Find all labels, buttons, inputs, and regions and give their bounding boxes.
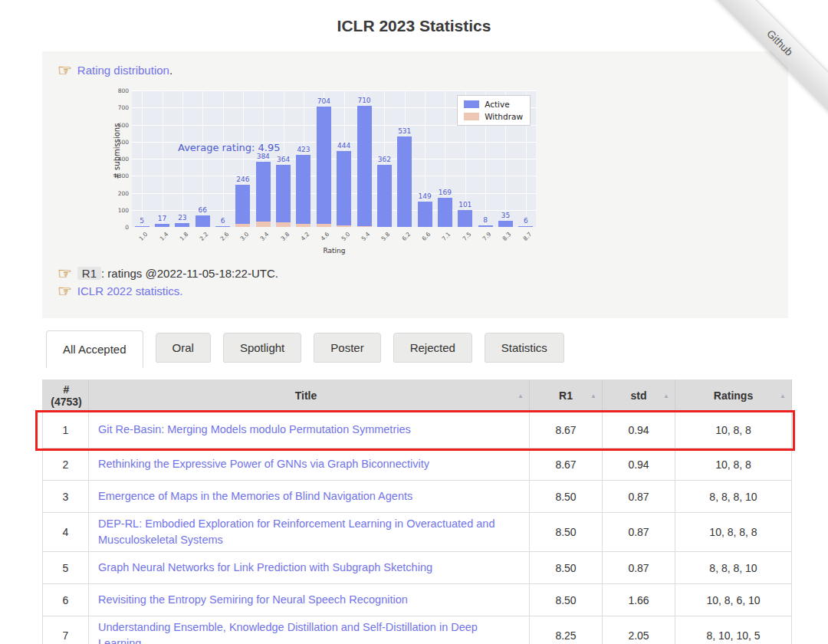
row-title-cell: Rethinking the Expressive Power of GNNs … (89, 449, 530, 481)
tab-oral[interactable]: Oral (156, 333, 211, 363)
bar-6.6 (418, 202, 432, 227)
bar-active-segment (296, 155, 310, 227)
row-ratings: 8, 8, 8, 10 (675, 552, 792, 584)
tab-poster[interactable]: Poster (314, 333, 380, 363)
bar-1.4 (155, 224, 169, 227)
bar-7.1 (438, 198, 452, 227)
tab-all-accepted[interactable]: All Accepted (46, 330, 143, 368)
legend-entry-withdraw: Withdraw (464, 112, 523, 121)
column-header-r1[interactable]: R1▲ (530, 380, 603, 412)
bar-withdraw-segment (317, 224, 331, 227)
row-std: 0.87 (603, 513, 675, 552)
sort-arrow-icon[interactable]: ▲ (663, 392, 669, 399)
x-tick-label: 3.8 (279, 231, 291, 242)
y-axis-label: # submissions (113, 123, 121, 179)
x-axis-label: Rating (324, 247, 346, 255)
bar-value-label: 246 (236, 176, 249, 183)
bar-2.2 (196, 215, 210, 227)
bar-7.9 (478, 225, 493, 227)
bar-active-segment (317, 107, 331, 227)
paper-title-link[interactable]: Graph Neural Networks for Link Predictio… (98, 560, 432, 576)
x-tick-label: 5.8 (380, 231, 392, 242)
x-tick-label: 2.2 (199, 231, 210, 242)
column-header-ratings[interactable]: Ratings▲ (675, 380, 792, 412)
r1-badge: R1 (77, 267, 101, 280)
papers-table: # (4753)Title▲R1▲std▲Ratings▲1Git Re-Bas… (42, 380, 791, 644)
paper-title-link[interactable]: Emergence of Maps in the Memories of Bli… (98, 488, 412, 504)
github-ribbon-link[interactable]: Github (706, 0, 828, 117)
paper-title-link[interactable]: Rethinking the Expressive Power of GNNs … (98, 456, 429, 472)
tab-rejected[interactable]: Rejected (393, 333, 472, 363)
bar-active-segment (175, 223, 189, 227)
column-header-std[interactable]: std▲ (603, 380, 675, 412)
column-header-label: R1 (559, 389, 573, 402)
row-r1: 8.50 (530, 481, 603, 513)
bar-active-segment (276, 165, 291, 227)
column-header-title[interactable]: Title▲ (89, 380, 530, 412)
sort-arrow-icon[interactable]: ▲ (590, 392, 596, 399)
bar-value-label: 149 (418, 192, 431, 200)
pointer-icon: ☞ (58, 268, 72, 279)
sort-arrow-icon[interactable]: ▲ (780, 392, 786, 399)
row-ratings: 10, 8, 8 (675, 412, 792, 449)
y-tick-label: 800 (109, 87, 129, 94)
paper-title-link[interactable]: DEP-RL: Embodied Exploration for Reinfor… (98, 516, 514, 548)
table-row: 2Rethinking the Expressive Power of GNNs… (43, 449, 791, 481)
x-tick-label: 7.9 (481, 231, 493, 242)
row-ratings: 10, 8, 8 (675, 449, 792, 481)
bar-active-segment (397, 136, 412, 227)
x-tick-label: 1.0 (138, 231, 150, 242)
row-std: 1.66 (603, 584, 675, 616)
bar-2.6 (215, 226, 230, 227)
bar-active-segment (478, 225, 493, 227)
row-number: 6 (43, 584, 89, 616)
tab-statistics[interactable]: Statistics (485, 333, 564, 363)
row-number: 4 (43, 513, 89, 552)
y-tick-label: 0 (109, 224, 129, 231)
gridline (182, 90, 183, 227)
paper-title-link[interactable]: Revisiting the Entropy Semiring for Neur… (98, 592, 408, 608)
bar-value-label: 423 (297, 146, 310, 153)
rating-distribution-line: ☞ Rating distribution. (42, 51, 788, 77)
bar-4.2 (296, 155, 310, 227)
row-std: 2.05 (603, 616, 675, 644)
y-tick-label: 200 (109, 190, 129, 197)
sort-arrow-icon[interactable]: ▲ (518, 392, 524, 399)
github-ribbon-wrap: Github (698, 0, 828, 130)
rating-distribution-link[interactable]: Rating distribution (77, 64, 169, 77)
row-number: 3 (43, 481, 89, 513)
column-header-label: Title (295, 389, 317, 402)
bar-value-label: 5 (140, 217, 144, 225)
bar-3.0 (235, 185, 250, 227)
legend-entry-active: Active (464, 100, 523, 109)
row-title-cell: Emergence of Maps in the Memories of Bli… (89, 481, 530, 513)
row-r1: 8.67 (530, 412, 603, 449)
pointer-icon: ☞ (58, 64, 72, 76)
x-tick-label: 3.4 (259, 231, 271, 242)
r1-text: : ratings @2022-11-05-18:22-UTC. (101, 267, 278, 280)
r1-line: ☞ R1: ratings @2022-11-05-18:22-UTC. (42, 267, 788, 280)
bar-value-label: 8 (483, 216, 488, 224)
paper-title-link[interactable]: Understanding Ensemble, Knowledge Distil… (98, 619, 514, 644)
iclr2022-line: ☞ ICLR 2022 statistics. (42, 284, 788, 297)
bar-value-label: 6 (221, 217, 225, 225)
bar-3.8 (276, 165, 291, 227)
row-r1: 8.25 (530, 616, 603, 644)
bar-value-label: 704 (317, 97, 330, 105)
row-ratings: 8, 10, 10, 5 (675, 616, 792, 644)
iclr-2022-statistics-link[interactable]: ICLR 2022 statistics. (77, 284, 183, 297)
row-number: 2 (43, 449, 89, 481)
bar-active-segment (235, 185, 250, 227)
x-tick-label: 4.2 (300, 231, 311, 242)
legend-swatch-icon (464, 113, 479, 120)
gridline (163, 90, 163, 227)
row-ratings: 8, 8, 8, 10 (675, 481, 792, 513)
bar-withdraw-segment (357, 226, 372, 227)
bar-1.8 (175, 223, 189, 227)
paper-title-link[interactable]: Git Re-Basin: Merging Models modulo Perm… (98, 422, 411, 438)
bar-value-label: 101 (458, 201, 472, 209)
row-title-cell: Revisiting the Entropy Semiring for Neur… (89, 584, 530, 616)
tab-spotlight[interactable]: Spotlight (223, 333, 301, 363)
bar-7.5 (458, 210, 472, 227)
row-r1: 8.50 (530, 584, 603, 616)
